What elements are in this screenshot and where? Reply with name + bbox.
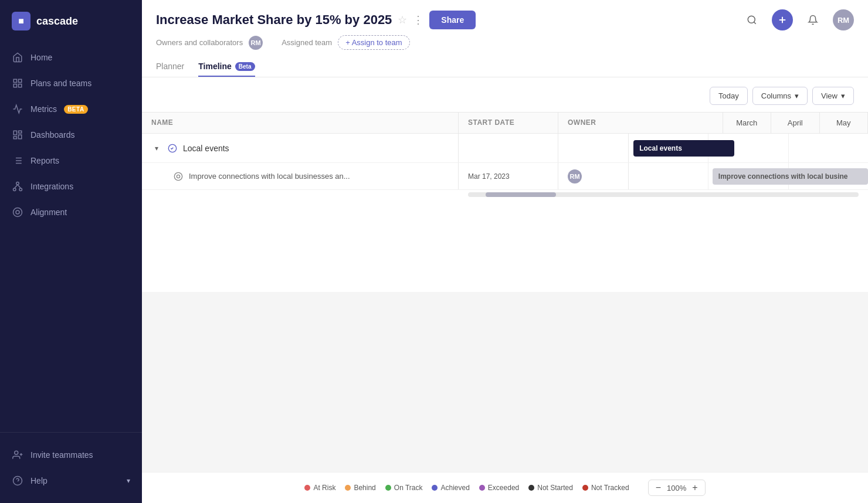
owners-label: Owners and collaborators <box>156 38 243 47</box>
row1-name: Local events <box>183 144 229 153</box>
behind-label: Behind <box>354 484 375 492</box>
zoom-in-button[interactable]: + <box>691 482 699 493</box>
app-logo[interactable]: ■ cascade <box>0 0 142 40</box>
app-name: cascade <box>36 15 78 28</box>
row2-owner-cell: RM <box>558 163 629 189</box>
alignment-label: Alignment <box>30 208 67 217</box>
row2-gantt-cell: Improve connections with local busine <box>629 163 868 189</box>
svg-rect-7 <box>13 137 16 139</box>
col-header-owner: OWNER <box>558 113 723 133</box>
svg-point-20 <box>16 210 19 214</box>
zoom-controls: − 100% + <box>648 480 706 496</box>
header-actions: RM <box>741 9 854 30</box>
svg-rect-3 <box>19 84 22 87</box>
row1-owner-cell <box>558 134 629 162</box>
row1-date-cell <box>459 134 558 162</box>
month-headers: March April May <box>723 113 869 133</box>
content-spacer <box>142 292 868 472</box>
svg-point-31 <box>174 172 182 180</box>
table-row: ▾ Local events <box>142 134 868 163</box>
help-label: Help <box>30 476 48 485</box>
sidebar-item-metrics[interactable]: Metrics BETA <box>0 96 142 122</box>
meta-row: Owners and collaborators RM Assigned tea… <box>156 35 854 50</box>
svg-rect-6 <box>19 135 22 139</box>
assigned-team-meta: Assigned team + Assign to team <box>282 35 409 50</box>
today-button[interactable]: Today <box>710 87 748 105</box>
gantt-bar-improve-connections[interactable]: Improve connections with local busine <box>713 168 868 185</box>
achieved-dot <box>432 485 438 491</box>
sidebar-item-integrations[interactable]: Integrations <box>0 174 142 199</box>
zoom-out-button[interactable]: − <box>655 482 662 493</box>
timeline-toolbar: Today Columns ▾ View ▾ <box>142 87 868 112</box>
table-row: Improve connections with local businesse… <box>142 163 868 190</box>
help-icon <box>12 475 23 487</box>
columns-chevron-icon: ▾ <box>795 91 799 100</box>
objective-icon <box>167 142 178 154</box>
sidebar-item-plans-and-teams[interactable]: Plans and teams <box>0 70 142 96</box>
sidebar-item-alignment[interactable]: Alignment <box>0 199 142 225</box>
sidebar-item-dashboards[interactable]: Dashboards <box>0 122 142 148</box>
sidebar: ■ cascade Home Plans and teams Metrics B… <box>0 0 142 503</box>
legend-achieved: Achieved <box>432 484 469 492</box>
not-started-dot <box>528 485 534 491</box>
svg-line-17 <box>15 185 18 188</box>
dashboards-icon <box>12 129 23 141</box>
legend-not-tracked: Not Tracked <box>582 484 629 492</box>
reports-label: Reports <box>30 156 59 165</box>
gantt-col-may <box>789 134 868 162</box>
svg-point-15 <box>13 188 16 191</box>
view-button[interactable]: View ▾ <box>812 87 854 105</box>
not-started-label: Not Started <box>537 484 573 492</box>
user-avatar[interactable]: RM <box>833 9 854 30</box>
scrollbar-track[interactable] <box>468 192 859 197</box>
legend-at-risk: At Risk <box>304 484 335 492</box>
star-icon[interactable]: ☆ <box>398 13 407 26</box>
integrations-icon <box>12 181 23 192</box>
logo-icon: ■ <box>12 12 30 30</box>
tab-planner[interactable]: Planner <box>156 57 184 77</box>
col-header-start-date: START DATE <box>459 113 558 133</box>
legend-exceeded: Exceeded <box>479 484 519 492</box>
invite-icon <box>12 449 23 461</box>
metrics-icon <box>12 103 23 115</box>
tab-timeline[interactable]: Timeline Beta <box>198 57 255 77</box>
gantt-bar-local-events[interactable]: Local events <box>633 140 734 157</box>
metrics-beta-badge: BETA <box>64 105 87 114</box>
svg-point-16 <box>19 188 22 191</box>
legend-bar: At Risk Behind On Track Achieved Exceede… <box>142 472 868 503</box>
sidebar-item-home[interactable]: Home <box>0 45 142 70</box>
gantt-col2-march <box>629 163 708 189</box>
columns-button[interactable]: Columns ▾ <box>752 87 808 105</box>
sidebar-item-reports[interactable]: Reports <box>0 148 142 174</box>
more-options-icon[interactable]: ⋮ <box>413 13 423 26</box>
notifications-button[interactable] <box>802 9 823 30</box>
assign-team-button[interactable]: + Assign to team <box>338 35 409 50</box>
search-button[interactable] <box>741 9 762 30</box>
page-title: Increase Market Share by 15% by 2025 <box>156 12 392 28</box>
legend-not-started: Not Started <box>528 484 573 492</box>
row2-name: Improve connections with local businesse… <box>189 172 350 181</box>
title-row: Increase Market Share by 15% by 2025 ☆ ⋮… <box>156 11 476 29</box>
sidebar-item-help[interactable]: Help ▾ <box>0 468 142 494</box>
exceeded-label: Exceeded <box>488 484 519 492</box>
add-button[interactable] <box>772 9 793 30</box>
on-track-label: On Track <box>394 484 423 492</box>
legend-on-track: On Track <box>385 484 423 492</box>
sidebar-item-invite-teammates[interactable]: Invite teammates <box>0 442 142 468</box>
share-button[interactable]: Share <box>429 11 476 29</box>
integrations-label: Integrations <box>30 182 73 191</box>
expand-button[interactable]: ▾ <box>151 143 162 154</box>
svg-point-26 <box>748 16 755 23</box>
goal-icon <box>172 171 184 182</box>
dashboards-label: Dashboards <box>30 130 75 140</box>
exceeded-dot <box>479 485 485 491</box>
not-tracked-dot <box>582 485 588 491</box>
svg-line-18 <box>18 185 21 188</box>
month-may: May <box>820 113 869 133</box>
timeline-beta-badge: Beta <box>235 62 255 71</box>
view-chevron-icon: ▾ <box>841 91 845 100</box>
at-risk-dot <box>304 485 310 491</box>
svg-rect-4 <box>13 131 16 135</box>
scrollbar-thumb[interactable] <box>486 192 556 197</box>
timeline-grid: NAME START DATE OWNER March April May ▾ <box>142 112 868 292</box>
